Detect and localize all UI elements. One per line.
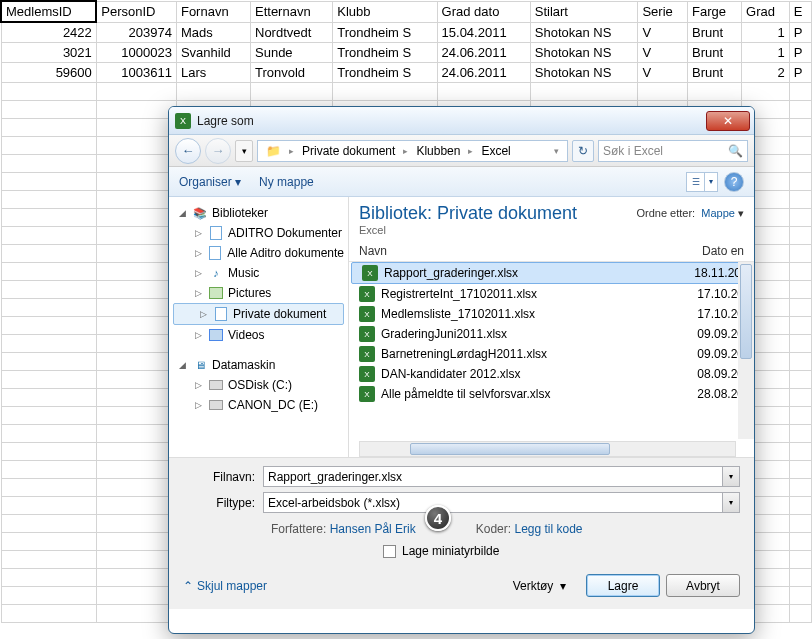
col-serie[interactable]: Serie [638,1,688,22]
breadcrumb-item[interactable]: Excel [477,144,514,158]
refresh-button[interactable]: ↻ [572,140,594,162]
breadcrumb[interactable]: 📁 ▸ Private dokument ▸ Klubben ▸ Excel ▾ [257,140,568,162]
cell[interactable]: Trondheim S [333,22,437,43]
col-e[interactable]: E [789,1,811,22]
hide-folders-button[interactable]: ⌃Skjul mapper [183,579,267,593]
recent-locations-button[interactable]: ▾ [235,140,253,162]
cell[interactable]: V [638,63,688,83]
filetype-select[interactable]: Excel-arbeidsbok (*.xlsx)▾ [263,492,740,513]
cell[interactable]: V [638,43,688,63]
cell[interactable]: 3021 [1,43,96,63]
scrollbar-thumb[interactable] [740,264,752,359]
data-row[interactable]: 3021 1000023 Svanhild Sunde Trondheim S … [1,43,812,63]
breadcrumb-item[interactable]: Klubben [412,144,464,158]
tree-libraries[interactable]: ◢📚Biblioteker [169,203,348,223]
tree-item[interactable]: ▷Pictures [169,283,348,303]
cell[interactable]: 15.04.2011 [437,22,530,43]
cell[interactable]: P [789,63,811,83]
cell[interactable]: Brunt [687,43,741,63]
col-graddato[interactable]: Grad dato [437,1,530,22]
filename-input[interactable]: Rapport_graderinger.xlsx▾ [263,466,740,487]
cell[interactable]: 24.06.2011 [437,63,530,83]
cell[interactable]: Shotokan NS [530,63,638,83]
cell[interactable]: V [638,22,688,43]
new-folder-button[interactable]: Ny mappe [259,175,686,189]
save-button[interactable]: Lagre [586,574,660,597]
file-item[interactable]: XBarnetreningLørdagH2011.xlsx09.09.20 [349,344,754,364]
tree-item[interactable]: ▷ADITRO Dokumenter [169,223,348,243]
cell[interactable]: 1 [742,22,790,43]
cell[interactable]: 1000023 [96,43,176,63]
back-button[interactable]: ← [175,138,201,164]
arrange-by[interactable]: Ordne etter: Mappe ▾ [636,207,744,220]
cell[interactable]: Svanhild [176,43,250,63]
horizontal-scrollbar[interactable] [359,441,736,457]
organize-button[interactable]: Organiser ▾ [179,175,241,189]
col-name[interactable]: Navn [359,244,702,258]
thumbnail-checkbox[interactable] [383,545,396,558]
file-item-selected[interactable]: XRapport_graderinger.xlsx18.11.20 [351,262,752,284]
cell[interactable]: Trondheim S [333,43,437,63]
cell[interactable]: 2422 [1,22,96,43]
cell[interactable]: Lars [176,63,250,83]
filename-dropdown[interactable]: ▾ [722,467,739,486]
col-klubb[interactable]: Klubb [333,1,437,22]
breadcrumb-dropdown[interactable]: ▾ [550,146,563,156]
tree-item[interactable]: ▷Videos [169,325,348,345]
file-item[interactable]: XRegistrerteInt_17102011.xlsx17.10.20 [349,284,754,304]
file-item[interactable]: XDAN-kandidater 2012.xlsx08.09.20 [349,364,754,384]
col-medlemsid[interactable]: MedlemsID [1,1,96,22]
search-input[interactable]: Søk i Excel 🔍 [598,140,748,162]
view-switcher[interactable]: ☰▾ [686,172,718,192]
data-row[interactable]: 59600 1003611 Lars Tronvold Trondheim S … [1,63,812,83]
cell[interactable]: P [789,43,811,63]
col-etternavn[interactable]: Etternavn [251,1,333,22]
scrollbar-thumb[interactable] [410,443,610,455]
cell[interactable]: 2 [742,63,790,83]
cell[interactable]: Shotokan NS [530,43,638,63]
breadcrumb-item[interactable]: Private dokument [298,144,399,158]
tree-item[interactable]: ▷♪Music [169,263,348,283]
tools-button[interactable]: Verktøy ▾ [513,579,566,593]
cell[interactable]: Tronvold [251,63,333,83]
filetype-dropdown[interactable]: ▾ [722,493,739,512]
cell[interactable]: P [789,22,811,43]
tags-add[interactable]: Legg til kode [514,522,582,536]
author-value[interactable]: Hansen Pål Erik [330,522,416,536]
column-headers[interactable]: Navn Dato en [349,238,754,262]
col-farge[interactable]: Farge [687,1,741,22]
col-fornavn[interactable]: Fornavn [176,1,250,22]
col-grad[interactable]: Grad [742,1,790,22]
help-button[interactable]: ? [724,172,744,192]
tree-drive[interactable]: ▷CANON_DC (E:) [169,395,348,415]
titlebar[interactable]: X Lagre som ✕ [169,107,754,135]
tree-item[interactable]: ▷Alle Aditro dokumente [169,243,348,263]
cell[interactable]: 1 [742,43,790,63]
cell[interactable]: Trondheim S [333,63,437,83]
cell[interactable]: Brunt [687,22,741,43]
cell[interactable]: Brunt [687,63,741,83]
cell[interactable]: Shotokan NS [530,22,638,43]
tree-drive[interactable]: ▷OSDisk (C:) [169,375,348,395]
tree-computer[interactable]: ◢🖥Datamaskin [169,355,348,375]
cell[interactable]: Mads [176,22,250,43]
vertical-scrollbar[interactable] [738,262,754,439]
cell[interactable]: 203974 [96,22,176,43]
file-item[interactable]: XGraderingJuni2011.xlsx09.09.20 [349,324,754,344]
cell[interactable]: Sunde [251,43,333,63]
cell[interactable]: 24.06.2011 [437,43,530,63]
col-personid[interactable]: PersonID [96,1,176,22]
close-button[interactable]: ✕ [706,111,750,131]
cell[interactable]: 59600 [1,63,96,83]
cell[interactable]: Nordtvedt [251,22,333,43]
file-item[interactable]: XAlle påmeldte til selvforsvar.xlsx28.08… [349,384,754,404]
file-list[interactable]: XRapport_graderinger.xlsx18.11.20 XRegis… [349,262,754,439]
data-row[interactable]: 2422 203974 Mads Nordtvedt Trondheim S 1… [1,22,812,43]
col-stilart[interactable]: Stilart [530,1,638,22]
forward-button[interactable]: → [205,138,231,164]
folder-tree[interactable]: ◢📚Biblioteker ▷ADITRO Dokumenter ▷Alle A… [169,197,349,457]
cancel-button[interactable]: Avbryt [666,574,740,597]
cell[interactable]: 1003611 [96,63,176,83]
file-item[interactable]: XMedlemsliste_17102011.xlsx17.10.20 [349,304,754,324]
col-date[interactable]: Dato en [702,244,744,258]
